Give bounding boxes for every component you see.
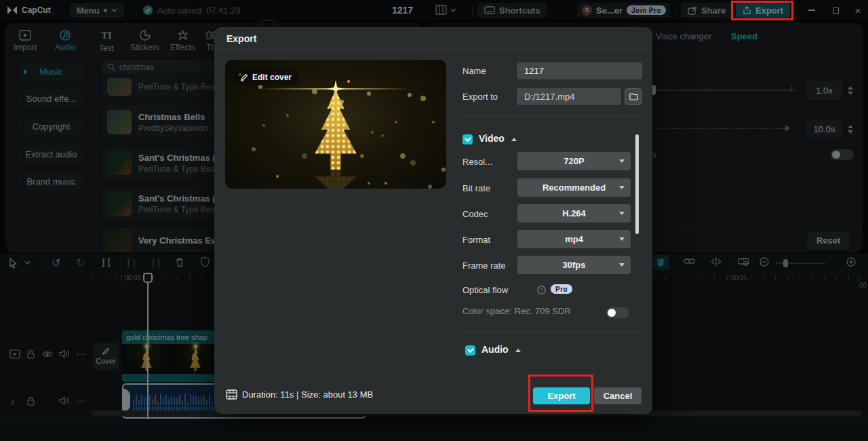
export-to-label: Export to xyxy=(462,92,498,102)
mask-tool-button[interactable] xyxy=(200,256,210,267)
duration-stepper[interactable] xyxy=(845,120,856,138)
film-icon xyxy=(226,389,237,400)
zoom-in-button[interactable] xyxy=(846,257,856,267)
playhead-line[interactable] xyxy=(147,273,149,419)
redo-button[interactable]: ↻ xyxy=(76,256,85,269)
bitrate-dropdown[interactable]: Recommended xyxy=(517,178,631,197)
speed-stepper[interactable] xyxy=(845,81,856,99)
menu-button[interactable]: Menu xyxy=(70,3,124,18)
tab-effects[interactable]: Effects xyxy=(170,30,195,52)
magnet-icon xyxy=(656,258,665,267)
timeline-zoom-handle[interactable] xyxy=(783,259,788,267)
topbar-divider xyxy=(675,5,675,15)
resolution-dropdown[interactable]: 720P xyxy=(517,152,631,170)
export-path-input[interactable]: D:/1217.mp4 xyxy=(517,88,621,105)
ruler-label: | 00 xyxy=(857,274,868,289)
audio-collapse-icon[interactable] xyxy=(515,349,521,352)
link-tool-button[interactable] xyxy=(684,258,695,265)
export-confirm-button[interactable]: Export xyxy=(533,387,590,404)
optical-flow-label: Optical flow xyxy=(462,285,508,295)
layout-panels-icon xyxy=(435,5,447,15)
select-tool-button[interactable] xyxy=(8,258,18,269)
format-label: Format xyxy=(462,235,490,245)
tab-import[interactable]: Import xyxy=(14,30,37,52)
edit-cover-button[interactable]: Edit cover xyxy=(234,69,298,85)
split-tool-icon[interactable]: ][ xyxy=(100,257,112,268)
pitch-toggle[interactable] xyxy=(831,149,854,160)
sidebar-item-extract-audio[interactable]: Extract audio xyxy=(18,146,84,163)
name-input[interactable]: 1217 xyxy=(517,62,642,79)
autosave-text: Auto saved: 07:41:23 xyxy=(157,5,241,16)
duration-value-box[interactable]: 10.0s xyxy=(806,119,843,138)
layout-switcher-button[interactable] xyxy=(435,5,456,15)
export-icon xyxy=(743,6,751,15)
share-button[interactable]: Share xyxy=(681,3,732,18)
split-apart-button[interactable] xyxy=(711,257,722,266)
video-checkbox[interactable] xyxy=(462,134,473,145)
tab-text[interactable]: TI Text xyxy=(99,30,114,53)
cancel-button[interactable]: Cancel xyxy=(594,387,642,404)
search-value: christmas xyxy=(119,62,154,72)
export-button-top[interactable]: Export xyxy=(736,3,790,18)
title-bar: CapCut Menu Auto saved: 07:41:23 1217 Sh… xyxy=(0,0,868,20)
import-icon xyxy=(19,30,31,41)
delete-button[interactable] xyxy=(175,257,184,267)
sidebar-item-copyright[interactable]: Copyright xyxy=(18,118,84,135)
framerate-dropdown[interactable]: 30fps xyxy=(517,256,631,274)
undo-button[interactable]: ↺ xyxy=(52,256,60,269)
account-area[interactable]: S Se...er Join Pro xyxy=(578,3,670,18)
optical-flow-toggle[interactable] xyxy=(606,307,629,318)
zoom-out-icon xyxy=(760,257,769,267)
video-track-mute-icon[interactable] xyxy=(59,349,69,358)
window-close-button[interactable]: × xyxy=(848,0,868,20)
video-track-visibility-icon[interactable] xyxy=(42,350,53,358)
tab-speed[interactable]: Speed xyxy=(731,31,757,41)
bitrate-value: Recommended xyxy=(542,183,606,193)
user-name: Se...er xyxy=(596,5,623,16)
sidebar-item-label: Sound effe... xyxy=(26,94,77,104)
sidebar-item-sound-effects[interactable]: Sound effe... xyxy=(18,90,84,107)
snapping-toggle-button[interactable] xyxy=(652,255,669,270)
video-collapse-icon[interactable] xyxy=(511,138,517,141)
codec-dropdown[interactable]: H.264 xyxy=(517,204,631,223)
tab-label: Import xyxy=(14,43,37,52)
tab-voice-changer[interactable]: Voice changer xyxy=(656,31,711,41)
shield-icon xyxy=(200,256,210,267)
shortcuts-button[interactable]: Shortcuts xyxy=(477,3,547,18)
audio-track-lock-icon[interactable] xyxy=(26,396,35,406)
window-minimize-button[interactable] xyxy=(802,0,822,20)
cancel-label: Cancel xyxy=(604,391,633,401)
window-maximize-button[interactable] xyxy=(825,0,846,20)
dialog-scrollbar[interactable] xyxy=(635,134,639,234)
tab-audio[interactable]: Audio xyxy=(55,30,76,52)
pencil-icon xyxy=(240,73,248,81)
zoom-out-button[interactable] xyxy=(760,257,769,267)
sidebar-item-brand-music[interactable]: Brand music xyxy=(18,173,84,190)
sidebar-item-label: Music xyxy=(40,66,63,77)
sidebar-item-music[interactable]: Music xyxy=(18,63,84,80)
speed-value-box[interactable]: 1.0x xyxy=(806,81,843,100)
video-track-lock-icon[interactable] xyxy=(26,349,35,359)
duration-value: 10.0s xyxy=(814,124,835,134)
timeline-scale-button[interactable] xyxy=(738,257,749,267)
playhead-handle[interactable] xyxy=(143,273,153,283)
split-right-tool-icon[interactable]: |[ xyxy=(151,257,162,268)
video-track-more-icon[interactable]: … xyxy=(76,345,87,357)
select-tool-dropdown[interactable] xyxy=(24,261,31,265)
join-pro-badge[interactable]: Join Pro xyxy=(627,5,666,15)
cover-button[interactable]: Cover xyxy=(93,343,119,370)
format-dropdown[interactable]: mp4 xyxy=(517,230,631,248)
tab-stickers[interactable]: Stickers xyxy=(130,30,159,52)
audio-checkbox[interactable] xyxy=(465,345,475,356)
user-avatar[interactable]: S xyxy=(582,5,592,16)
dialog-header: Export xyxy=(214,27,652,50)
browse-folder-button[interactable] xyxy=(625,88,642,105)
reset-button[interactable]: Reset xyxy=(807,232,850,249)
audio-track-mute-icon[interactable] xyxy=(59,396,69,405)
split-left-tool-icon[interactable]: ]| xyxy=(125,257,137,268)
chevron-down-icon xyxy=(111,8,117,12)
chevron-down-icon xyxy=(619,159,625,163)
audio-track-more-icon[interactable]: … xyxy=(76,392,87,404)
audio-fade-handle[interactable] xyxy=(123,389,130,412)
info-icon[interactable]: ? xyxy=(537,286,546,294)
